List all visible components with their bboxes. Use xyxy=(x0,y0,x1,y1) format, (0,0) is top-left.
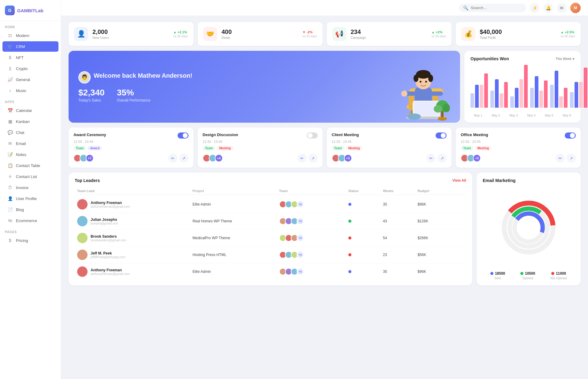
bar-red-light xyxy=(519,79,523,108)
sidebar-item-calendar[interactable]: 📅 Calendar xyxy=(2,105,58,116)
bar-red-light xyxy=(480,85,483,108)
translate-icon-btn[interactable]: ⚡ xyxy=(530,3,540,13)
sidebar-item-music[interactable]: ♪ Music xyxy=(2,85,58,96)
opened-value: 10500 xyxy=(525,271,535,276)
sidebar-item-pricing[interactable]: $ Pricing xyxy=(2,235,58,246)
event-avatars: +5 xyxy=(461,154,481,162)
toggle-dot xyxy=(570,133,575,138)
col-project: Project xyxy=(193,189,279,193)
sidebar-item-label: Contact List xyxy=(16,174,37,179)
edit-event-button[interactable]: ✏ xyxy=(426,154,436,163)
edit-event-button[interactable]: ✏ xyxy=(556,154,565,163)
pricing-icon: $ xyxy=(7,238,13,243)
not-opened-value: 11000 xyxy=(556,271,566,276)
legend-not-opened: 11000 Not Opened xyxy=(550,271,567,280)
bar-red-light xyxy=(500,93,503,108)
event-avatars: +3 xyxy=(332,154,352,162)
sidebar-item-contact-list[interactable]: ≡ Contact List xyxy=(2,171,58,182)
sidebar-item-modern[interactable]: ⊡ Modern xyxy=(2,30,58,41)
table-row: Brook Sanders brooksanders@gmail.com Med… xyxy=(75,230,466,247)
section-apps-label: APPS xyxy=(0,96,61,105)
music-icon: ♪ xyxy=(7,88,13,93)
toggle-dot xyxy=(308,133,313,138)
stat-card-campaign: 📢 234 Campaign ▲ +2% vs 30 days xyxy=(327,22,452,46)
svg-point-10 xyxy=(414,75,418,82)
lead-weeks: 43 xyxy=(383,219,418,223)
chart-label: May 1 xyxy=(470,114,486,117)
svg-point-23 xyxy=(443,104,450,112)
open-event-button[interactable]: ↗ xyxy=(179,154,189,163)
campaign-stat-icon: 📢 xyxy=(332,27,346,41)
event-title: Award Ceremony xyxy=(73,132,106,137)
sidebar-item-blog[interactable]: 📄 Blog xyxy=(2,204,58,215)
event-toggle[interactable] xyxy=(565,132,576,139)
sidebar-item-label: NFT xyxy=(16,55,24,60)
event-tag: Team xyxy=(203,146,215,150)
sidebar-item-crypto[interactable]: ₿ Crypto xyxy=(2,63,58,74)
sidebar-item-invoice[interactable]: 🗒 Invoice xyxy=(2,182,58,193)
view-all-button[interactable]: View All xyxy=(452,178,466,183)
contact-list-icon: ≡ xyxy=(7,174,13,179)
lead-name: Anthony Freeman xyxy=(91,201,130,205)
table-row: Jeff M. Peek jeffMPeek@armyspy.com Hosti… xyxy=(75,247,466,263)
sidebar-item-kanban[interactable]: ▦ Kanban xyxy=(2,116,58,127)
lead-budget: $266K xyxy=(418,236,464,240)
toggle-dot xyxy=(441,133,446,138)
nft-icon: $ xyxy=(7,55,13,60)
sidebar-item-chat[interactable]: 💬 Chat xyxy=(2,127,58,138)
donut-chart-container xyxy=(483,188,575,267)
open-event-button[interactable]: ↗ xyxy=(437,154,447,163)
search-input[interactable] xyxy=(471,6,520,10)
event-toggle[interactable] xyxy=(436,132,447,139)
bar-red xyxy=(524,65,528,108)
svg-point-15 xyxy=(401,91,407,97)
crypto-icon: ₿ xyxy=(7,66,13,71)
event-tag: Meeting xyxy=(475,146,492,150)
event-toggle[interactable] xyxy=(307,132,318,139)
sidebar-item-nft[interactable]: $ NFT xyxy=(2,52,58,63)
edit-event-button[interactable]: ✏ xyxy=(298,154,307,163)
sidebar-item-crm[interactable]: 🛒 CRM xyxy=(2,41,58,52)
lead-budget: $56K xyxy=(418,253,464,257)
notification-bell-btn[interactable]: 🔔 xyxy=(543,3,553,13)
search-box[interactable]: 🔍 xyxy=(459,4,526,12)
status-dot xyxy=(348,236,351,240)
chart-filter[interactable]: This Week ▾ xyxy=(556,57,575,61)
sidebar-item-general[interactable]: 📈 General xyxy=(2,74,58,85)
sidebar-item-label: Notes xyxy=(16,152,26,157)
sidebar-item-email[interactable]: ✉ Email xyxy=(2,138,58,149)
main-area: 🔍 ⚡ 🔔 ✉ M 👤 2,000 New Users ▲ +2.1% vs 3… xyxy=(61,0,588,379)
table-row: Julian Josephs josephs@gmail.com Real Ho… xyxy=(75,213,466,230)
stat-label-profit: Total Profit xyxy=(480,36,556,39)
open-event-button[interactable]: ↗ xyxy=(567,154,576,163)
svg-point-26 xyxy=(407,113,421,120)
chart-labels: May 1May 2May 3May 4May 5May 6 xyxy=(470,114,575,117)
event-time: 12:30 - 15:45 xyxy=(203,140,318,143)
col-status: Status xyxy=(348,189,383,193)
bar-red xyxy=(484,73,488,108)
stat-change-profit: ▲ +2.5% xyxy=(560,30,575,34)
stat-value-campaign: 234 xyxy=(351,28,427,35)
col-budget: Budget xyxy=(418,189,464,193)
bar-blue-light xyxy=(530,88,534,108)
leaders-table-body: Anthony Freeman anthonyfreeman@gmail.com… xyxy=(75,196,466,280)
bar-group xyxy=(490,79,508,108)
edit-event-button[interactable]: ✏ xyxy=(168,154,178,163)
mail-icon-btn[interactable]: ✉ xyxy=(557,3,567,13)
sidebar-item-user-profile[interactable]: 👤 User Profile xyxy=(2,193,58,204)
sidebar-item-label: Pricing xyxy=(16,238,28,243)
sidebar-item-label: Email xyxy=(16,141,26,146)
bar-blue xyxy=(515,88,519,108)
sidebar-item-notes[interactable]: 📝 Notes xyxy=(2,149,58,160)
sent-dot xyxy=(490,272,493,275)
user-avatar-header[interactable]: M xyxy=(570,3,581,13)
sidebar-item-contact-table[interactable]: 📋 Contact Table xyxy=(2,160,58,171)
event-tag: Team xyxy=(332,146,344,150)
lead-email: anthonyfreeman@gmail.com xyxy=(91,272,130,276)
table-row: Anthony Freeman anthonyfreeman@gmail.com… xyxy=(75,263,466,280)
avatar-count: +7 xyxy=(86,154,94,162)
sidebar-item-ecommerce[interactable]: 🛍 Ecommerce xyxy=(2,215,58,226)
open-event-button[interactable]: ↗ xyxy=(309,154,318,163)
event-toggle[interactable] xyxy=(178,132,189,139)
lead-email: anthonyfreeman@gmail.com xyxy=(91,205,130,208)
